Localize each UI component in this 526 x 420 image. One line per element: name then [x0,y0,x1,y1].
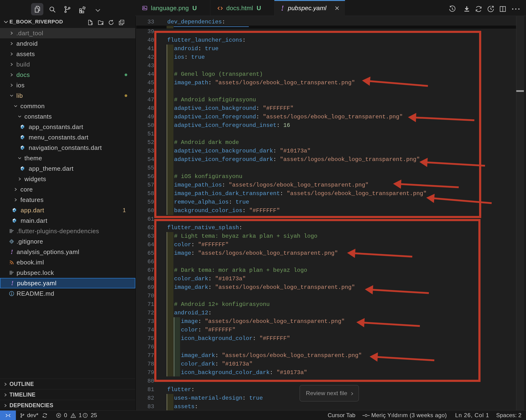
svg-text:!: ! [11,280,14,286]
svg-text:!: ! [11,249,13,255]
